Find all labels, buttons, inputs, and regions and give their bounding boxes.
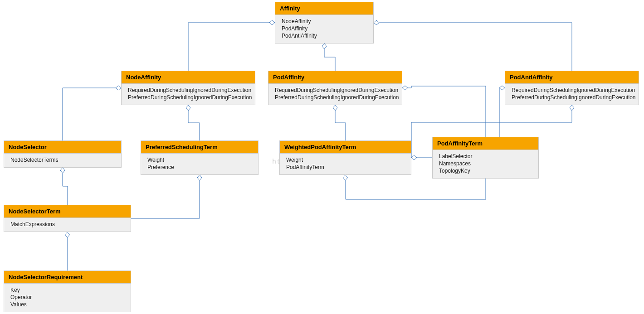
box-pod-anti-affinity: PodAntiAffinity RequiredDuringScheduling… — [505, 71, 639, 105]
attr: Weight — [286, 156, 406, 164]
attr: TopologyKey — [439, 167, 534, 174]
attr: RequiredDuringSchedulingIgnoredDuringExe… — [128, 87, 250, 94]
attr: PreferredDuringSchedulingIgnoredDuringEx… — [275, 94, 397, 101]
box-body: LabelSelector Namespaces TopologyKey — [433, 150, 538, 178]
box-title: NodeSelectorTerm — [4, 205, 131, 218]
attr: Namespaces — [439, 160, 534, 167]
diagram-canvas: http://blog.csdn.net/horsefoot Affinity … — [0, 0, 644, 314]
svg-marker-0 — [269, 20, 275, 25]
attr: PreferredDuringSchedulingIgnoredDuringEx… — [512, 94, 634, 101]
box-affinity: Affinity NodeAffinity PodAffinity PodAnt… — [275, 2, 374, 43]
box-body: Weight Preference — [141, 154, 258, 174]
box-body: Weight PodAffinityTerm — [280, 154, 411, 174]
box-title: NodeSelector — [4, 141, 121, 154]
attr: PodAntiAffinity — [282, 32, 369, 39]
box-body: RequiredDuringSchedulingIgnoredDuringExe… — [268, 84, 402, 105]
box-title: NodeSelectorRequirement — [4, 271, 131, 284]
box-node-selector: NodeSelector NodeSelectorTerms — [4, 140, 122, 168]
svg-marker-12 — [197, 175, 202, 180]
box-node-affinity: NodeAffinity RequiredDuringSchedulingIgn… — [121, 71, 255, 105]
attr: PreferredDuringSchedulingIgnoredDuringEx… — [128, 94, 250, 101]
box-title: PodAntiAffinity — [505, 71, 639, 84]
box-body: MatchExpressions — [4, 218, 131, 232]
attr: RequiredDuringSchedulingIgnoredDuringExe… — [512, 87, 634, 94]
attr: LabelSelector — [439, 153, 534, 160]
attr: Values — [10, 301, 126, 308]
box-title: PodAffinity — [268, 71, 402, 84]
box-title: WeightedPodAffinityTerm — [280, 141, 411, 154]
box-body: NodeAffinity PodAffinity PodAntiAffinity — [275, 15, 373, 43]
svg-marker-13 — [65, 232, 70, 237]
box-body: RequiredDuringSchedulingIgnoredDuringExe… — [505, 84, 639, 105]
box-pod-affinity: PodAffinity RequiredDuringSchedulingIgno… — [268, 71, 402, 105]
attr: Preference — [147, 164, 254, 171]
svg-marker-4 — [186, 105, 190, 111]
svg-marker-7 — [499, 86, 505, 90]
attr: NodeAffinity — [282, 18, 369, 25]
box-body: NodeSelectorTerms — [4, 154, 121, 167]
attr: RequiredDuringSchedulingIgnoredDuringExe… — [275, 87, 397, 94]
box-body: Key Operator Values — [4, 284, 131, 312]
box-weighted-pod-affinity-term: WeightedPodAffinityTerm Weight PodAffini… — [279, 140, 411, 175]
box-title: Affinity — [275, 2, 373, 15]
box-title: PreferredSchedulingTerm — [141, 141, 258, 154]
attr: PodAffinity — [282, 25, 369, 32]
svg-marker-5 — [333, 105, 337, 111]
svg-marker-11 — [60, 168, 65, 173]
svg-marker-8 — [570, 105, 574, 111]
attr: Weight — [147, 156, 254, 164]
box-pod-affinity-term: PodAffinityTerm LabelSelector Namespaces… — [432, 137, 539, 179]
attr: PodAffinityTerm — [286, 164, 406, 171]
box-node-selector-requirement: NodeSelectorRequirement Key Operator Val… — [4, 271, 131, 312]
box-title: PodAffinityTerm — [433, 137, 538, 150]
attr: NodeSelectorTerms — [10, 156, 117, 164]
box-body: RequiredDuringSchedulingIgnoredDuringExe… — [122, 84, 255, 105]
box-preferred-scheduling-term: PreferredSchedulingTerm Weight Preferenc… — [141, 140, 259, 175]
attr: Operator — [10, 294, 126, 301]
box-node-selector-term: NodeSelectorTerm MatchExpressions — [4, 205, 131, 232]
attr: Key — [10, 286, 126, 294]
svg-marker-9 — [411, 155, 417, 160]
svg-marker-1 — [322, 43, 327, 49]
svg-marker-3 — [116, 86, 121, 90]
box-title: NodeAffinity — [122, 71, 255, 84]
svg-marker-6 — [402, 86, 408, 90]
svg-marker-10 — [343, 175, 348, 180]
attr: MatchExpressions — [10, 221, 126, 228]
svg-marker-2 — [374, 20, 379, 25]
